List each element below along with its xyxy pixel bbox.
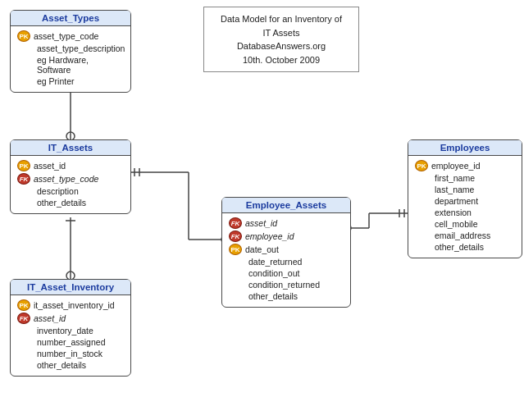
field-name: asset_id xyxy=(34,313,66,323)
fk-badge: FK xyxy=(229,231,242,242)
field-name: employee_id xyxy=(245,231,294,241)
pk-badge: PK xyxy=(229,244,242,255)
field-name: number_in_stock xyxy=(37,349,103,358)
pk-badge: PK xyxy=(17,299,30,311)
title-box: Data Model for an Inventory of IT Assets… xyxy=(203,7,359,72)
field-name: inventory_date xyxy=(37,326,93,336)
field-row: PK asset_type_code xyxy=(17,30,124,43)
field-name: first_name xyxy=(435,173,475,183)
field-row: description xyxy=(17,185,124,197)
title-line2: DatabaseAnswers.org xyxy=(216,39,347,53)
field-name: asset_id xyxy=(245,218,277,228)
field-row: FK employee_id xyxy=(229,230,344,243)
field-row: other_details xyxy=(17,359,124,371)
field-row: FK asset_id xyxy=(17,312,124,325)
entity-it-asset-inventory: IT_Asset_Inventory PK it_asset_inventory… xyxy=(10,279,131,377)
field-name: extension xyxy=(435,208,472,217)
title-line1: Data Model for an Inventory of IT Assets xyxy=(216,12,347,39)
field-name: number_assigned xyxy=(37,337,105,347)
pk-badge: PK xyxy=(17,160,30,171)
entity-it-assets: IT_Assets PK asset_id FK asset_type_code… xyxy=(10,139,131,214)
field-row: number_assigned xyxy=(17,336,124,348)
fk-badge: FK xyxy=(229,217,242,229)
field-row: other_details xyxy=(415,241,515,253)
field-name: last_name xyxy=(435,185,474,194)
pk-badge: PK xyxy=(415,160,428,171)
field-name: description xyxy=(37,186,79,196)
field-name: asset_id xyxy=(34,161,66,171)
field-row: asset_type_description xyxy=(17,43,124,54)
field-row: number_in_stock xyxy=(17,348,124,359)
field-name: asset_type_code xyxy=(34,174,98,184)
entity-employees: Employees PK employee_id first_name last… xyxy=(408,139,522,258)
field-name: department xyxy=(435,196,478,206)
entity-employees-body: PK employee_id first_name last_name depa… xyxy=(408,156,522,258)
entity-it-asset-inventory-header: IT_Asset_Inventory xyxy=(11,280,130,295)
entity-employees-header: Employees xyxy=(408,140,522,156)
diagram-container: Data Model for an Inventory of IT Assets… xyxy=(0,0,524,420)
field-row: other_details xyxy=(229,290,344,302)
field-name: other_details xyxy=(435,242,484,252)
field-name: asset_type_description xyxy=(37,43,125,53)
entity-employee-assets-body: FK asset_id FK employee_id PK date_out d… xyxy=(222,213,350,307)
title-line3: 10th. October 2009 xyxy=(216,53,347,67)
entity-employee-assets-header: Employee_Assets xyxy=(222,198,350,213)
field-row: department xyxy=(415,195,515,207)
field-name: other_details xyxy=(248,291,298,301)
field-row: FK asset_type_code xyxy=(17,172,124,185)
entity-asset-types: Asset_Types PK asset_type_code asset_typ… xyxy=(10,10,131,93)
entity-it-asset-inventory-body: PK it_asset_inventory_id FK asset_id inv… xyxy=(11,295,130,376)
field-name: other_details xyxy=(37,360,86,370)
entity-asset-types-header: Asset_Types xyxy=(11,11,130,26)
field-row: inventory_date xyxy=(17,325,124,336)
pk-badge: PK xyxy=(17,30,30,42)
entity-asset-types-body: PK asset_type_code asset_type_descriptio… xyxy=(11,26,130,92)
field-name: it_asset_inventory_id xyxy=(34,300,115,310)
field-name: cell_mobile xyxy=(435,219,478,229)
field-row: cell_mobile xyxy=(415,218,515,230)
field-row: FK asset_id xyxy=(229,217,344,230)
entity-employee-assets: Employee_Assets FK asset_id FK employee_… xyxy=(221,197,351,308)
fk-badge: FK xyxy=(17,313,30,324)
field-name: eg Printer xyxy=(37,76,75,86)
field-row: condition_returned xyxy=(229,279,344,290)
field-name: date_out xyxy=(245,244,279,254)
field-row: date_returned xyxy=(229,256,344,267)
field-row: email_address xyxy=(415,230,515,241)
field-name: condition_returned xyxy=(248,280,320,290)
field-row: condition_out xyxy=(229,267,344,279)
field-row: extension xyxy=(415,207,515,218)
field-name: other_details xyxy=(37,198,86,208)
field-row: PK date_out xyxy=(229,243,344,256)
field-row: eg Hardware, Software xyxy=(17,54,124,75)
field-row: PK employee_id xyxy=(415,159,515,172)
field-row: PK it_asset_inventory_id xyxy=(17,299,124,312)
entity-it-assets-body: PK asset_id FK asset_type_code descripti… xyxy=(11,156,130,213)
field-row: other_details xyxy=(17,197,124,208)
field-name: condition_out xyxy=(248,268,299,278)
field-row: first_name xyxy=(415,172,515,184)
field-name: employee_id xyxy=(431,161,481,171)
field-name: eg Hardware, Software xyxy=(37,55,124,75)
field-row: eg Printer xyxy=(17,75,124,87)
field-row: PK asset_id xyxy=(17,159,124,172)
field-name: email_address xyxy=(435,231,490,240)
fk-badge: FK xyxy=(17,173,30,185)
field-row: last_name xyxy=(415,184,515,195)
field-name: date_returned xyxy=(248,257,302,267)
entity-it-assets-header: IT_Assets xyxy=(11,140,130,156)
field-name: asset_type_code xyxy=(34,31,98,41)
